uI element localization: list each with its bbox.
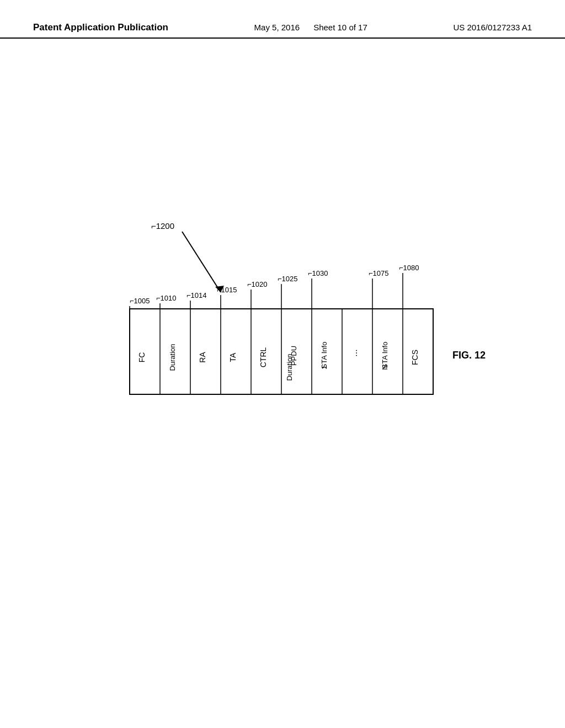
cell-label-ctrl: CTRL <box>259 347 268 368</box>
cell-label-ellipsis: ... <box>349 349 359 356</box>
ref-1075: ⌐1075 <box>369 269 389 277</box>
cell-label-ta: TA <box>228 352 237 362</box>
ref-1030: ⌐1030 <box>308 269 328 277</box>
ref-1005: ⌐1005 <box>130 297 150 305</box>
ref-1010: ⌐1010 <box>156 294 177 302</box>
ref-1200: ⌐1200 <box>151 221 174 231</box>
cell-label-ra: RA <box>198 352 207 363</box>
ref-1020: ⌐1020 <box>247 280 268 288</box>
fig-label: FIG. 12 <box>452 350 486 361</box>
cell-label-fcs: FCS <box>411 350 419 365</box>
cell-label-fc: FC <box>137 352 146 363</box>
cell-label-duration: Duration <box>168 344 177 371</box>
cell-label-stanb: N <box>381 365 389 370</box>
ref-1014: ⌐1014 <box>186 291 207 299</box>
ref-1080: ⌐1080 <box>399 264 419 272</box>
cell-label-stan: STA Info <box>381 342 389 369</box>
ref-1025: ⌐1025 <box>278 275 298 283</box>
cell-label-sta1b: 1 <box>320 365 328 369</box>
cell-label-sta1: STA Info <box>320 342 328 369</box>
diagram-svg: FC Duration RA TA CTRL PPDU Duration STA… <box>0 0 565 728</box>
cell-label-ppdu2: Duration <box>285 354 294 381</box>
svg-line-19 <box>182 232 221 292</box>
